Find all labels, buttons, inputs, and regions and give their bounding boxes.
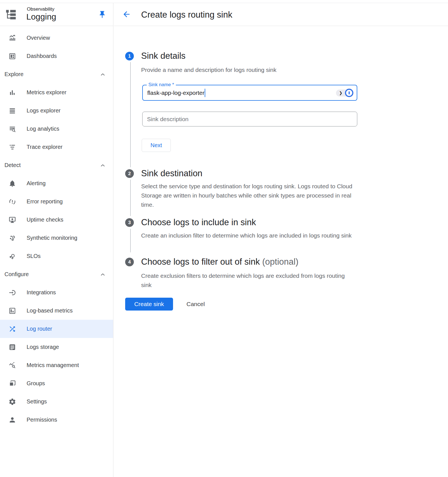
sidebar-item-error-reporting[interactable]: Error reporting (0, 192, 113, 211)
step-3-connector-line (130, 229, 131, 252)
sidebar-item-label: Trace explorer (27, 144, 62, 150)
synthetic-monitoring-icon (8, 234, 16, 242)
step-4-title-text: Choose logs to filter out of sink (141, 257, 260, 267)
metrics-explorer-icon (8, 89, 16, 97)
sidebar-item-log-analytics[interactable]: Log analytics (0, 120, 113, 138)
log-analytics-icon (8, 125, 16, 133)
integrations-icon (8, 289, 16, 297)
step-4-title: Choose logs to filter out of sink (optio… (141, 256, 298, 268)
sidebar-header: Observability Logging (0, 3, 113, 26)
sidebar-section-configure[interactable]: Configure (0, 265, 113, 283)
sidebar-item-label: Log router (27, 326, 52, 332)
create-sink-form: 1 Sink details Provide a name and descri… (114, 26, 448, 477)
sidebar-item-trace-explorer[interactable]: Trace explorer (0, 138, 113, 156)
sink-name-label: Sink name * (147, 82, 176, 88)
groups-icon (8, 380, 16, 387)
sink-name-input[interactable]: Sink name * flask-app-log-exporter ❯ (142, 85, 357, 101)
sidebar-item-log-router[interactable]: Log router (0, 320, 113, 338)
sidebar-item-label: Error reporting (27, 198, 63, 205)
sidebar-item-metrics-explorer[interactable]: Metrics explorer (0, 83, 113, 102)
cancel-button[interactable]: Cancel (180, 298, 211, 311)
uptime-checks-icon (8, 216, 16, 224)
log-router-icon (8, 325, 16, 333)
sidebar-item-label: Metrics explorer (27, 89, 66, 96)
step-3-description: Create an inclusion filter to determine … (141, 231, 365, 240)
observability-logo-icon (5, 8, 17, 21)
step-1-description: Provide a name and description for logs … (141, 65, 276, 74)
sidebar-section-explore[interactable]: Explore (0, 65, 113, 83)
next-button[interactable]: Next (142, 139, 171, 152)
sidebar-item-uptime-checks[interactable]: Uptime checks (0, 211, 113, 229)
chevron-up-icon (100, 271, 106, 278)
sink-name-value: flask-app-log-exporter (147, 90, 204, 96)
password-manager-autofill-icon[interactable]: ❯ (336, 89, 353, 97)
sidebar-item-label: Synthetic monitoring (27, 235, 77, 241)
sidebar-section-label: Explore (4, 71, 24, 77)
sidebar-item-label: Logs storage (27, 344, 59, 350)
sidebar-item-dashboards[interactable]: Dashboards (0, 47, 113, 65)
sidebar-item-metrics-management[interactable]: Metrics management (0, 356, 113, 374)
step-3-title: Choose logs to include in sink (141, 217, 256, 228)
sidebar-item-integrations[interactable]: Integrations (0, 283, 113, 302)
product-name: Observability (27, 6, 54, 12)
sidebar-item-groups[interactable]: Groups (0, 374, 113, 393)
metrics-management-icon (8, 361, 16, 369)
sidebar-item-label: Overview (27, 35, 50, 41)
pin-icon[interactable] (98, 10, 106, 19)
step-4-title-optional: (optional) (262, 257, 298, 267)
sidebar-item-log-based-metrics[interactable]: Log-based metrics (0, 302, 113, 320)
step-1-title: Sink details (141, 50, 186, 62)
step-2-title: Sink destination (141, 168, 202, 179)
sidebar-item-permissions[interactable]: Permissions (0, 411, 113, 429)
sidebar-item-alerting[interactable]: Alerting (0, 174, 113, 192)
chevron-up-icon (100, 71, 106, 77)
settings-icon (8, 398, 16, 406)
sidebar-item-label: Permissions (27, 417, 57, 423)
form-actions: Create sink Cancel (125, 298, 211, 311)
alerting-icon (8, 180, 16, 187)
step-4-circle: 4 (125, 258, 134, 266)
sidebar-section-detect[interactable]: Detect (0, 156, 113, 174)
onepassword-icon (345, 89, 353, 97)
chevron-up-icon (100, 162, 106, 168)
dashboards-icon (8, 52, 16, 60)
sidebar-item-synthetic-monitoring[interactable]: Synthetic monitoring (0, 229, 113, 247)
sidebar-item-overview[interactable]: Overview (0, 29, 113, 47)
sidebar-item-label: Log analytics (27, 126, 59, 132)
main-panel: Create logs routing sink 1 Sink details … (114, 3, 448, 477)
sidebar-item-slos[interactable]: SLOs (0, 247, 113, 265)
step-3-circle: 3 (125, 218, 134, 227)
page-title: Create logs routing sink (141, 10, 232, 20)
create-sink-button[interactable]: Create sink (125, 298, 173, 311)
step-2-description: Select the service type and destination … (141, 182, 365, 209)
sidebar-section-label: Configure (4, 271, 29, 278)
back-arrow-icon[interactable] (122, 10, 132, 19)
sink-description-input[interactable] (143, 112, 357, 126)
overview-icon (8, 34, 16, 42)
slos-icon (8, 252, 16, 260)
sidebar: Observability Logging OverviewDashboards… (0, 3, 113, 477)
sidebar-section-label: Detect (4, 162, 21, 168)
sidebar-item-label: SLOs (27, 253, 41, 259)
sidebar-item-label: Groups (27, 380, 45, 387)
sidebar-item-label: Logs explorer (27, 107, 60, 114)
sidebar-item-label: Uptime checks (27, 217, 63, 223)
trace-explorer-icon (8, 143, 16, 151)
step-2-circle: 2 (125, 169, 134, 178)
permissions-icon (8, 416, 16, 424)
section-name: Logging (26, 12, 56, 22)
logs-storage-icon (8, 343, 16, 351)
sidebar-item-logs-explorer[interactable]: Logs explorer (0, 102, 113, 120)
main-header: Create logs routing sink (114, 3, 448, 26)
sidebar-item-label: Log-based metrics (27, 307, 73, 314)
sink-description-field (142, 112, 357, 126)
sidebar-item-label: Integrations (27, 289, 56, 296)
error-reporting-icon (8, 198, 16, 206)
step-2-connector-line (130, 180, 131, 216)
step-1-connector-line (130, 62, 131, 167)
text-cursor (205, 89, 205, 97)
sidebar-item-settings[interactable]: Settings (0, 393, 113, 411)
step-4-description: Create exclusion filters to determine wh… (141, 271, 350, 290)
sidebar-item-logs-storage[interactable]: Logs storage (0, 338, 113, 356)
step-1-circle: 1 (125, 52, 134, 60)
